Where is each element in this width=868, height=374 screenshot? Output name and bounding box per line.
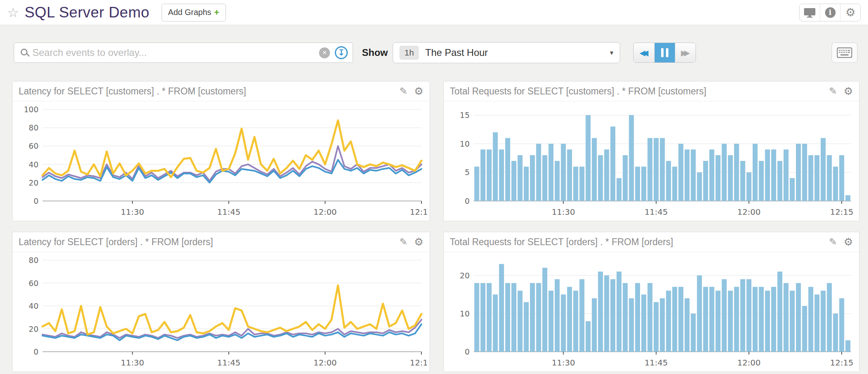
- plus-icon: +: [214, 7, 219, 18]
- svg-text:20: 20: [29, 325, 38, 333]
- svg-text:11:30: 11:30: [121, 207, 144, 217]
- svg-text:80: 80: [29, 123, 38, 132]
- rewind-icon: ◀◀: [639, 48, 645, 57]
- info-button[interactable]: i: [820, 4, 840, 21]
- search-input[interactable]: [32, 47, 319, 58]
- rewind-button[interactable]: ◀◀: [634, 43, 654, 62]
- keyboard-icon: [837, 47, 852, 58]
- add-graphs-label: Add Graphs: [168, 8, 211, 17]
- svg-text:0: 0: [34, 197, 38, 205]
- svg-text:11:30: 11:30: [552, 207, 575, 217]
- forward-icon: ▶▶: [681, 48, 687, 57]
- overlay-download-icon[interactable]: ↧: [335, 46, 348, 59]
- svg-text:12:00: 12:00: [313, 358, 337, 368]
- pause-icon: [661, 48, 664, 57]
- latency-orders-chart[interactable]: 02040608011:3011:4512:0012:15: [14, 254, 427, 371]
- chart-card-latency-orders: Latency for SELECT [orders] . * FROM [or…: [12, 232, 430, 372]
- chevron-down-icon: ▾: [610, 49, 613, 57]
- chart-gear-icon[interactable]: ⚙: [414, 85, 423, 97]
- svg-text:40: 40: [29, 160, 38, 169]
- svg-text:11:30: 11:30: [121, 358, 144, 368]
- svg-text:0: 0: [465, 197, 470, 205]
- fullscreen-button[interactable]: [800, 4, 820, 21]
- timeframe-dropdown[interactable]: 1h The Past Hour ▾: [393, 42, 620, 63]
- chart-title: Total Requests for SELECT [customers] . …: [450, 86, 706, 97]
- timeframe-label: The Past Hour: [425, 47, 488, 58]
- svg-text:12:15: 12:15: [410, 207, 427, 217]
- svg-text:40: 40: [29, 301, 38, 310]
- dashboard-page: ☆ SQL Server Demo Add Graphs + i ⚙: [0, 0, 868, 372]
- chart-title: Latency for SELECT [customers] . * FROM …: [19, 86, 246, 97]
- svg-text:11:30: 11:30: [552, 358, 575, 368]
- svg-text:12:15: 12:15: [830, 358, 853, 368]
- requests-orders-chart[interactable]: 0102011:3011:4512:0012:15: [445, 254, 857, 371]
- svg-text:60: 60: [29, 141, 38, 150]
- svg-text:80: 80: [29, 256, 38, 265]
- add-graphs-button[interactable]: Add Graphs +: [162, 4, 226, 21]
- svg-text:10: 10: [460, 139, 470, 148]
- svg-text:11:45: 11:45: [645, 358, 668, 368]
- chart-gear-icon[interactable]: ⚙: [844, 236, 853, 248]
- keyboard-shortcuts-button[interactable]: [832, 43, 857, 63]
- event-search-box: ✕ ↧: [14, 43, 353, 63]
- edit-pencil-icon[interactable]: ✎: [400, 236, 408, 248]
- chart-gear-icon[interactable]: ⚙: [844, 85, 853, 97]
- svg-text:10: 10: [460, 309, 470, 318]
- svg-text:20: 20: [29, 178, 38, 187]
- svg-text:0: 0: [34, 347, 38, 356]
- svg-text:11:45: 11:45: [217, 358, 240, 368]
- svg-text:11:45: 11:45: [217, 207, 240, 217]
- pause-button[interactable]: [654, 43, 675, 62]
- chart-gear-icon[interactable]: ⚙: [414, 236, 423, 248]
- gear-icon: ⚙: [845, 6, 855, 19]
- edit-pencil-icon[interactable]: ✎: [400, 85, 408, 97]
- chart-card-requests-customers: Total Requests for SELECT [customers] . …: [443, 81, 859, 221]
- svg-text:20: 20: [460, 271, 470, 280]
- header-bar: ☆ SQL Server Demo Add Graphs + i ⚙: [0, 0, 868, 25]
- svg-text:15: 15: [460, 111, 470, 120]
- svg-text:12:15: 12:15: [410, 358, 427, 368]
- settings-button[interactable]: ⚙: [840, 4, 860, 21]
- page-title: SQL Server Demo: [25, 4, 149, 21]
- svg-text:12:00: 12:00: [737, 207, 761, 217]
- edit-pencil-icon[interactable]: ✎: [829, 85, 837, 97]
- svg-text:12:00: 12:00: [313, 207, 337, 217]
- header-button-group: i ⚙: [799, 4, 861, 21]
- svg-text:60: 60: [29, 279, 38, 288]
- svg-text:11:45: 11:45: [645, 207, 668, 217]
- clear-search-icon[interactable]: ✕: [319, 47, 330, 58]
- show-label: Show: [362, 47, 388, 58]
- charts-grid: Latency for SELECT [customers] . * FROM …: [0, 63, 868, 372]
- playback-controls: ◀◀ ▶▶: [633, 43, 696, 63]
- search-icon: [21, 49, 28, 56]
- chart-title: Total Requests for SELECT [orders] . * F…: [450, 237, 673, 248]
- svg-text:5: 5: [465, 168, 470, 177]
- chart-card-latency-customers: Latency for SELECT [customers] . * FROM …: [12, 81, 430, 221]
- latency-customers-chart[interactable]: 02040608010011:3011:4512:0012:15: [14, 103, 427, 220]
- chart-card-requests-orders: Total Requests for SELECT [orders] . * F…: [443, 232, 859, 372]
- svg-text:100: 100: [24, 105, 38, 114]
- info-icon: i: [825, 7, 836, 18]
- svg-text:0: 0: [465, 347, 470, 356]
- favorite-star-icon[interactable]: ☆: [7, 5, 19, 20]
- requests-customers-chart[interactable]: 05101511:3011:4512:0012:15: [445, 103, 857, 220]
- svg-text:12:00: 12:00: [737, 358, 761, 368]
- timeframe-badge: 1h: [400, 46, 419, 60]
- forward-button[interactable]: ▶▶: [675, 43, 696, 62]
- chart-title: Latency for SELECT [orders] . * FROM [or…: [19, 237, 213, 248]
- monitor-icon: [804, 7, 816, 18]
- svg-text:12:15: 12:15: [830, 207, 853, 217]
- toolbar: ✕ ↧ Show 1h The Past Hour ▾ ◀◀ ▶▶: [0, 25, 868, 63]
- edit-pencil-icon[interactable]: ✎: [829, 236, 837, 248]
